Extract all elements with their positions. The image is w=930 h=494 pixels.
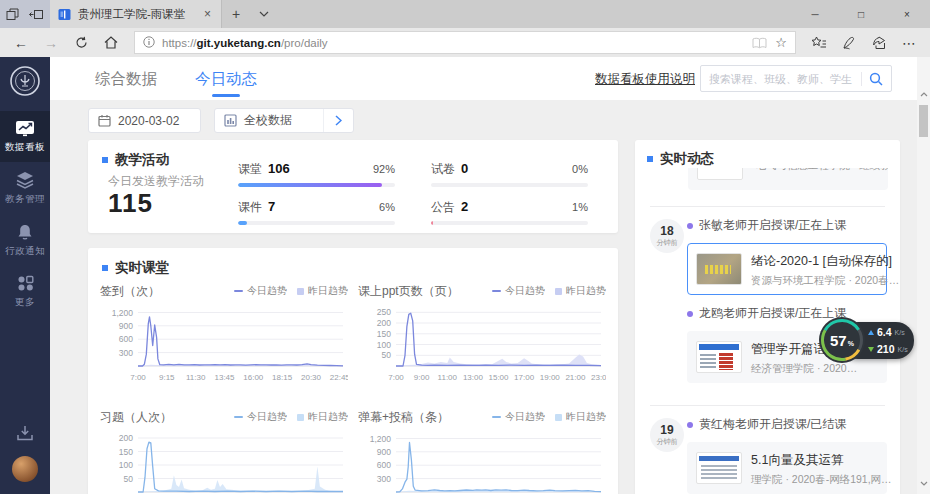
legend-today[interactable]: 今日趋势 (492, 284, 545, 298)
favorites-hub-icon[interactable] (806, 31, 832, 55)
user-avatar[interactable] (12, 456, 38, 482)
course-card[interactable]: 5.1向量及其运算 理学院 · 2020春-网络191,网… (687, 442, 887, 494)
progress-track (238, 221, 395, 225)
download-icon[interactable] (16, 424, 34, 442)
sidebar-item-label: 更多 (15, 296, 35, 309)
progress-fill (238, 183, 382, 187)
course-thumbnail (696, 341, 742, 373)
tab-list-chevron-icon[interactable] (250, 0, 278, 28)
scrollbar-thumb[interactable] (919, 105, 928, 137)
browser-window: 贵州理工学院-雨课堂 × + ─ □ × ← → https://git.yuk… (0, 0, 930, 494)
tab-overall-data[interactable]: 综合数据 (95, 69, 157, 90)
ppt-pages-line-chart: 501001502002507:009:0011:0013:0015:0017:… (358, 300, 606, 392)
refresh-button[interactable] (68, 31, 94, 55)
window-maximize-button[interactable]: □ (838, 0, 884, 28)
svg-text:50: 50 (382, 350, 392, 360)
set-tabs-aside-icon[interactable] (29, 8, 44, 21)
titlebar-drag-area (278, 0, 792, 28)
course-thumbnail (696, 452, 742, 484)
new-tab-button[interactable]: + (222, 0, 250, 28)
progress-track (431, 221, 588, 225)
live-classroom-card: 实时课堂 签到（次） 今日趋势昨日趋势 3006009001,2007:009:… (88, 248, 618, 494)
cpu-percent-ring[interactable]: 57% (818, 316, 866, 364)
scope-selector[interactable]: 全校数据 (214, 108, 354, 133)
metric-classroom: 课堂10692% (238, 161, 395, 187)
favicon (58, 8, 71, 21)
forward-button[interactable]: → (38, 31, 64, 55)
title-bullet (102, 265, 108, 271)
svg-text:9:00: 9:00 (414, 373, 430, 382)
svg-text:1,200: 1,200 (370, 434, 392, 444)
legend-yesterday[interactable]: 昨日趋势 (555, 284, 606, 298)
back-button[interactable]: ← (8, 31, 34, 55)
annotate-pen-icon[interactable] (836, 31, 862, 55)
legend-today[interactable]: 今日趋势 (234, 410, 287, 424)
svg-text:23:00: 23:00 (591, 373, 606, 382)
course-thumbnail (697, 168, 743, 180)
title-bullet (102, 157, 108, 163)
sidebar-item-label: 行政通知 (5, 245, 45, 258)
svg-text:50: 50 (124, 474, 134, 484)
scope-expand-chevron[interactable] (323, 109, 353, 132)
tab-today-activity[interactable]: 今日动态 (195, 69, 257, 90)
scrollbar-down-icon[interactable] (917, 476, 930, 490)
net-speed-widget[interactable]: 6.4K/s 210K/s 57% (818, 316, 914, 364)
sidebar-item-admin-notice[interactable]: 行政通知 (0, 214, 50, 266)
sidebar-item-academic-affairs[interactable]: 教务管理 (0, 162, 50, 214)
legend-yesterday[interactable]: 昨日趋势 (297, 410, 348, 424)
active-tab-underline (212, 94, 240, 97)
progress-fill (431, 221, 433, 225)
course-card[interactable]: 绪论-2020-1 [自动保存的] 资源与环境工程学院 · 2020春… (687, 243, 887, 295)
sidebar-item-dashboard[interactable]: 数据看板 (0, 111, 50, 162)
dashboard-help-link[interactable]: 数据看板使用说明 (595, 71, 695, 88)
svg-text:150: 150 (119, 447, 133, 457)
title-bullet (647, 156, 653, 162)
svg-text:17:00: 17:00 (514, 373, 535, 382)
tab-preview-icon[interactable] (6, 8, 19, 21)
legend-today[interactable]: 今日趋势 (492, 410, 545, 424)
svg-text:900: 900 (119, 321, 133, 331)
svg-text:300: 300 (119, 348, 133, 358)
page-scrollbar[interactable] (917, 57, 930, 494)
share-icon[interactable] (866, 31, 892, 55)
sidebar-item-more[interactable]: 更多 (0, 266, 50, 317)
feed-item-partial[interactable]: 电气与信息工程学院 · 继续教… (688, 168, 888, 196)
activity-metrics: 课堂10692% 课件76% 试卷00% 公告21% (238, 161, 590, 225)
legend-yesterday[interactable]: 昨日趋势 (555, 410, 606, 424)
window-minimize-button[interactable]: ─ (792, 0, 838, 28)
favorite-star-icon[interactable]: ☆ (775, 35, 787, 50)
address-bar[interactable]: https://git.yuketang.cn/pro/daily ☆ (134, 31, 796, 54)
feed-event: 张敏老师开启授课/正在上课 绪论-2020-1 [自动保存的] 资源与环境工程学… (687, 217, 900, 295)
total-activity-value: 115 (108, 188, 153, 219)
progress-track (431, 183, 588, 187)
reading-view-icon[interactable] (752, 37, 767, 49)
svg-text:9:15: 9:15 (159, 373, 175, 382)
svg-text:600: 600 (377, 460, 391, 470)
search-input[interactable] (709, 73, 854, 85)
progress-track (238, 183, 395, 187)
search-divider (861, 72, 862, 86)
metric-announcement: 公告21% (431, 199, 588, 225)
checkin-line-chart: 3006009001,2007:009:1511:3013:4516:0018:… (100, 300, 348, 392)
legend-today[interactable]: 今日趋势 (234, 284, 287, 298)
browser-tab[interactable]: 贵州理工学院-雨课堂 × (50, 0, 222, 28)
url-text[interactable]: https://git.yuketang.cn/pro/daily (162, 37, 745, 49)
sidebar-item-label: 教务管理 (5, 193, 45, 206)
search-box[interactable] (700, 65, 892, 92)
download-arrow-icon (868, 347, 874, 352)
more-menu-icon[interactable]: ⋯ (896, 31, 922, 55)
svg-text:150: 150 (377, 329, 391, 339)
home-button[interactable] (98, 31, 124, 55)
window-close-button[interactable]: × (884, 0, 930, 28)
legend-yesterday[interactable]: 昨日趋势 (297, 284, 348, 298)
search-icon[interactable] (869, 72, 883, 86)
teaching-activity-card: 教学活动 今日发送教学活动 115 课堂10692% 课件76% 试卷00% 公… (88, 140, 618, 233)
svg-text:100: 100 (119, 460, 133, 470)
date-picker[interactable]: 2020-03-02 (88, 108, 201, 133)
scrollbar-up-icon[interactable] (917, 87, 930, 101)
tab-close-icon[interactable]: × (202, 7, 213, 21)
course-card[interactable]: 电气与信息工程学院 · 继续教… (688, 168, 888, 190)
site-info-icon[interactable] (143, 36, 155, 50)
svg-text:300: 300 (377, 474, 391, 484)
svg-text:1,200: 1,200 (112, 308, 134, 318)
